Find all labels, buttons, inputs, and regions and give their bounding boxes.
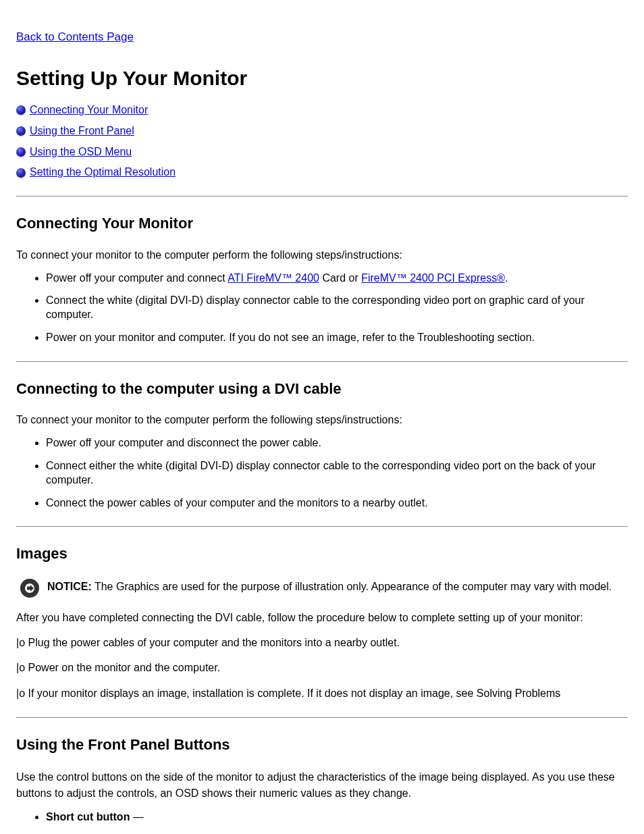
bullet-icon bbox=[16, 168, 26, 178]
table-of-contents: Connecting Your Monitor Using the Front … bbox=[16, 103, 628, 180]
notice-text: NOTICE: The Graphics are used for the pu… bbox=[47, 579, 612, 594]
notice-label: NOTICE: bbox=[47, 581, 92, 592]
section-front-panel-heading: Using the Front Panel Buttons bbox=[16, 735, 628, 755]
images-para-4: |o If your monitor displays an image, in… bbox=[16, 685, 628, 701]
dvi-step-2: Connect either the white (digital DVI-D)… bbox=[46, 459, 628, 488]
divider bbox=[16, 196, 628, 197]
front-panel-intro: Use the control buttons on the side of t… bbox=[16, 769, 628, 800]
page-title: Setting Up Your Monitor bbox=[16, 65, 628, 91]
toc-link-connecting[interactable]: Connecting Your Monitor bbox=[30, 103, 148, 118]
section-dvi-intro: To connect your monitor to the computer … bbox=[16, 413, 628, 427]
connecting-steps-list: Power off your computer and connect ATI … bbox=[16, 271, 628, 345]
item-1-text: — bbox=[130, 811, 143, 823]
link-ati-firemv-2400[interactable]: ATI FireMV™ 2400 bbox=[227, 272, 319, 284]
section-images-heading: Images bbox=[16, 544, 628, 564]
images-para-2: |o Plug the power cables of your compute… bbox=[16, 635, 628, 650]
divider bbox=[16, 717, 628, 718]
section-connecting-heading: Connecting Your Monitor bbox=[16, 214, 628, 234]
images-para-1: After you have completed connecting the … bbox=[16, 610, 628, 625]
step-1: Power off your computer and connect ATI … bbox=[46, 271, 628, 286]
notice-block: NOTICE: The Graphics are used for the pu… bbox=[20, 579, 626, 598]
dvi-step-1: Power off your computer and disconnect t… bbox=[46, 436, 628, 450]
bullet-icon bbox=[16, 126, 26, 136]
bullet-icon bbox=[16, 147, 26, 157]
dvi-steps-list: Power off your computer and disconnect t… bbox=[16, 436, 628, 510]
link-firemv-2400-pcie[interactable]: FireMV™ 2400 PCI Express® bbox=[361, 272, 505, 284]
front-panel-list: Short cut button — OSD menu select butto… bbox=[16, 810, 628, 834]
item-1-label: Short cut button bbox=[46, 811, 130, 823]
step-1-suffix: . bbox=[505, 272, 508, 284]
step-2: Connect the white (digital DVI-D) displa… bbox=[46, 294, 628, 322]
section-connecting-intro: To connect your monitor to the computer … bbox=[16, 249, 628, 263]
notice-arrow-icon bbox=[20, 579, 39, 598]
divider bbox=[16, 526, 628, 527]
bullet-icon bbox=[16, 105, 26, 115]
step-3: Power on your monitor and computer. If y… bbox=[46, 331, 628, 345]
section-dvi-heading: Connecting to the computer using a DVI c… bbox=[16, 380, 628, 399]
dvi-step-3: Connect the power cables of your compute… bbox=[46, 496, 628, 511]
toc-link-osd-menu[interactable]: Using the OSD Menu bbox=[30, 145, 132, 159]
images-para-3: |o Power on the monitor and the computer… bbox=[16, 660, 628, 675]
step-1-mid: Card or bbox=[319, 272, 361, 284]
front-panel-item-1: Short cut button — bbox=[46, 810, 628, 825]
back-to-contents-link[interactable]: Back to Contents Page bbox=[16, 30, 134, 45]
toc-link-front-panel[interactable]: Using the Front Panel bbox=[30, 124, 134, 138]
step-1-prefix: Power off your computer and connect bbox=[46, 272, 225, 284]
divider bbox=[16, 361, 628, 362]
toc-link-optimal-resolution[interactable]: Setting the Optimal Resolution bbox=[30, 165, 176, 180]
notice-body: The Graphics are used for the purpose of… bbox=[92, 581, 612, 592]
